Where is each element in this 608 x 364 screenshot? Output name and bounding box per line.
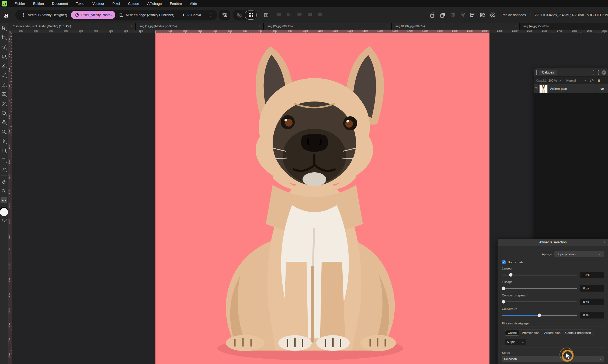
slider-thumb[interactable] [502, 300, 505, 304]
blemish-removal-tool[interactable] [0, 99, 8, 108]
menu-calque[interactable]: Calque [124, 2, 143, 6]
document-tab-5[interactable]: img (4).jpg (55.6%) [520, 23, 608, 30]
menu-vecteur[interactable]: Vecteur [88, 2, 108, 6]
transform-mode-icon[interactable] [263, 12, 269, 18]
slider-value-field[interactable]: 0 px [580, 299, 604, 305]
metadata-status: Pas de données [502, 13, 526, 17]
fill-color-swatch[interactable] [0, 208, 8, 216]
more-personas-kebab-icon[interactable]: ⋮ [205, 12, 215, 18]
document-tab-4[interactable]: img 01 (3).jpg (30.0%)× [392, 23, 519, 30]
chevron-down-icon[interactable] [558, 79, 561, 82]
persona-sparkle[interactable]: ✦IA Canva [178, 11, 205, 19]
face-detect-icon[interactable] [489, 12, 496, 19]
output-select[interactable]: Sélection [502, 356, 604, 362]
slider-label-1: Lissage [502, 280, 604, 284]
brush-mode-contour-progressif[interactable]: Contour progressif [563, 330, 593, 335]
slider-row-1: 0 px [502, 285, 604, 292]
tab-close-icon[interactable]: × [384, 24, 388, 28]
selection-brush-tool[interactable] [0, 42, 8, 52]
document-tab-3[interactable]: img (2).jpg (30.1%)× [264, 23, 391, 30]
color-selector-well[interactable] [0, 207, 9, 219]
paint-brush-tool[interactable] [0, 71, 8, 80]
menu-edition[interactable]: Edition [29, 2, 48, 6]
pen-tool[interactable] [0, 136, 8, 146]
zoom-tool[interactable] [0, 187, 8, 196]
slider-track[interactable] [502, 315, 577, 316]
document-tab-2[interactable]: img (1).jpg [Modifié] (53.9%)× [136, 23, 263, 30]
freehand-selection-tool[interactable] [0, 52, 8, 61]
slider-value-field[interactable]: 0 px [580, 285, 604, 292]
dialog-close-icon[interactable]: × [603, 240, 606, 244]
ruler-unit[interactable]: px [8, 30, 12, 33]
panel-drag-handle[interactable] [536, 70, 537, 75]
pan-tool[interactable] [0, 177, 8, 187]
slider-track[interactable] [502, 302, 577, 302]
clone-stamp-tool[interactable] [0, 118, 8, 127]
brush-mode-arri-re-plan[interactable]: Arrière-plan [542, 330, 563, 335]
layer-name[interactable]: Arrière-plan [550, 87, 596, 91]
slider-thumb[interactable] [537, 314, 541, 317]
slider-track[interactable] [502, 288, 577, 289]
layer-row[interactable]: Arrière-plan [534, 84, 608, 93]
opacity-value[interactable]: 100 % [548, 79, 557, 82]
panel-close-button[interactable]: × [602, 70, 606, 75]
slider-value-field[interactable]: 10 % [580, 272, 604, 278]
persona-vector-pen[interactable]: Vecteur (Affinity Designer) [18, 11, 71, 19]
tab-close-icon[interactable]: × [512, 24, 516, 28]
blend-mode-select[interactable]: Normal [566, 79, 576, 82]
dialog-title: Affiner la sélection [539, 240, 567, 244]
crop-tool[interactable] [0, 33, 8, 42]
ruler-horizontal[interactable]: -900-800-700-600-500-400-300-200-1000100… [12, 30, 608, 33]
menu-fentre[interactable]: Fenêtre [166, 2, 186, 6]
lock-icon[interactable] [597, 78, 601, 82]
slider-thumb[interactable] [509, 273, 513, 277]
transparent-bg-icon[interactable] [479, 12, 486, 19]
slider-track[interactable] [502, 275, 577, 275]
dialog-titlebar[interactable]: Affiner la sélection × [498, 239, 608, 246]
matte-edges-checkbox[interactable]: ✓ [502, 260, 506, 264]
persona-pixel-circle[interactable]: Pixel (Affinity Photo) [71, 11, 115, 19]
menu-pixel[interactable]: Pixel [108, 2, 124, 6]
shape-rectangle-tool[interactable] [0, 146, 8, 155]
layers-panel-tab[interactable]: Calques [539, 70, 557, 75]
brush-mode-premier-plan[interactable]: Premier plan [519, 330, 542, 335]
persona-layout-pages[interactable]: Mise en page (Affinity Publisher) [115, 11, 178, 19]
alignment-icon[interactable] [469, 12, 476, 19]
preview-select[interactable]: Superposition [554, 251, 604, 257]
more-tools-tool[interactable] [1, 197, 7, 203]
pixel-pencil-tool[interactable] [0, 80, 8, 89]
liquify-tool[interactable] [0, 108, 8, 118]
move-tool[interactable] [0, 23, 8, 33]
tab-close-icon[interactable]: × [256, 24, 260, 28]
slider-value-field[interactable]: 0 % [580, 312, 604, 318]
menu-texte[interactable]: Texte [72, 2, 88, 6]
document-canvas[interactable] [155, 33, 489, 364]
layer-visibility-toggle[interactable] [596, 84, 608, 93]
tab-close-icon[interactable]: × [128, 24, 133, 28]
grid-view-toggle[interactable] [245, 10, 257, 20]
document-tab-1[interactable]: L'essentiel du Pixel Studio [Modifié] (1… [8, 23, 135, 30]
menu-aide[interactable]: Aide [186, 2, 201, 6]
assistant-button[interactable] [219, 10, 230, 20]
place-image-tool[interactable] [0, 89, 8, 99]
slider-thumb[interactable] [502, 287, 505, 290]
menu-document[interactable]: Document [48, 2, 72, 6]
app-logo-icon[interactable]: a [2, 1, 7, 6]
ruler-vertical[interactable]: 7008009001000110012001300140015001600170… [8, 33, 12, 364]
brush-size-select[interactable]: 50 px [505, 339, 526, 345]
color-picker-tool[interactable] [0, 165, 8, 174]
brush-mode-cache[interactable]: Cache [505, 330, 519, 336]
panel-menu-button[interactable] [593, 70, 599, 75]
gear-icon[interactable] [590, 78, 594, 82]
layer-thumbnail[interactable] [540, 85, 547, 93]
menu-fichier[interactable]: Fichier [11, 2, 29, 6]
chevron-down-icon[interactable] [583, 79, 586, 82]
layers-stack-icon[interactable] [429, 12, 436, 19]
menu-affichage[interactable]: Affichage [143, 2, 166, 6]
dodge-burn-tool[interactable] [0, 127, 8, 136]
matte-edges-row[interactable]: ✓ Bords mats [502, 260, 604, 264]
assistant-text-toggle[interactable] [234, 11, 245, 19]
layers-copy-icon[interactable] [439, 12, 446, 19]
frame-text-tool[interactable] [0, 155, 8, 165]
flood-select-tool[interactable] [0, 61, 8, 71]
